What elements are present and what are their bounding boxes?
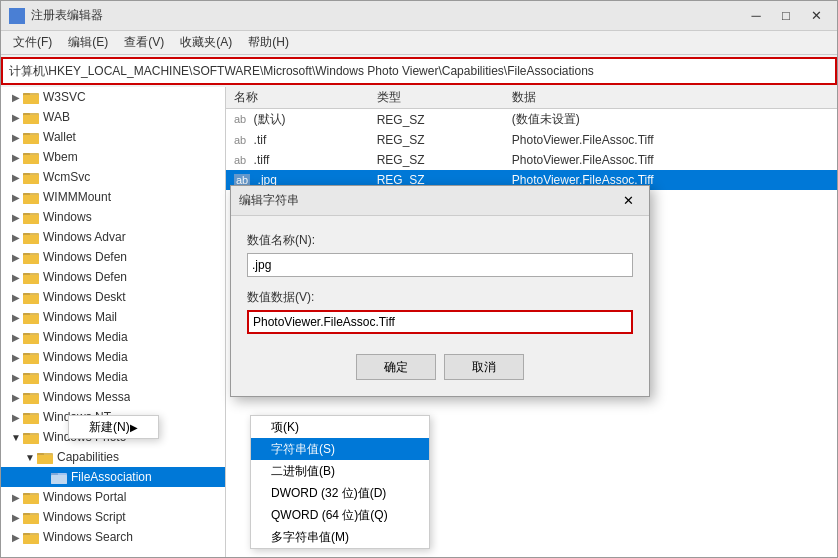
expand-icon: ▶ — [9, 310, 23, 324]
tree-label: Windows Script — [43, 510, 126, 524]
name-input[interactable] — [247, 253, 633, 277]
expand-icon: ▶ — [9, 130, 23, 144]
table-row[interactable]: ab (默认) REG_SZ (数值未设置) — [226, 109, 837, 131]
tree-item-windows-mail[interactable]: ▶ Windows Mail — [1, 307, 225, 327]
dialog-close-button[interactable]: ✕ — [615, 191, 641, 211]
registry-table: 名称 类型 数据 ab (默认) REG_SZ (数值未设置) — [226, 87, 837, 190]
tree-item-w3svc[interactable]: ▶ W3SVC — [1, 87, 225, 107]
name-label: 数值名称(N): — [247, 232, 633, 249]
tree-item-windows-script[interactable]: ▶ Windows Script — [1, 507, 225, 527]
menu-favorites[interactable]: 收藏夹(A) — [172, 32, 240, 53]
folder-icon — [23, 390, 39, 404]
expand-icon: ▶ — [9, 530, 23, 544]
tree-label: Windows Search — [43, 530, 133, 544]
context-menu-new[interactable]: 新建(N) ▶ — [69, 416, 158, 438]
svg-rect-72 — [23, 535, 39, 544]
svg-rect-18 — [23, 175, 39, 184]
maximize-button[interactable]: □ — [773, 6, 799, 26]
cancel-button[interactable]: 取消 — [444, 354, 524, 380]
svg-rect-45 — [23, 355, 39, 364]
close-button[interactable]: ✕ — [803, 6, 829, 26]
svg-rect-15 — [23, 155, 39, 164]
folder-icon — [23, 110, 39, 124]
tree-item-windows-portal[interactable]: ▶ Windows Portal — [1, 487, 225, 507]
address-bar[interactable]: 计算机\HKEY_LOCAL_MACHINE\SOFTWARE\Microsof… — [1, 57, 837, 85]
svg-rect-51 — [23, 395, 39, 404]
dialog-buttons: 确定 取消 — [247, 354, 633, 380]
data-label: 数值数据(V): — [247, 289, 633, 306]
folder-icon — [23, 210, 39, 224]
menu-view[interactable]: 查看(V) — [116, 32, 172, 53]
svg-rect-66 — [23, 495, 39, 504]
tree-item-capabilities[interactable]: ▼ Capabilities — [1, 447, 225, 467]
expand-icon: ▶ — [9, 370, 23, 384]
folder-icon — [23, 150, 39, 164]
tree-item-windows-media3[interactable]: ▶ Windows Media — [1, 367, 225, 387]
tree-item-wallet[interactable]: ▶ Wallet — [1, 127, 225, 147]
svg-rect-69 — [23, 515, 39, 524]
tree-label: Windows Defen — [43, 250, 127, 264]
folder-icon — [23, 330, 39, 344]
tree-label: WAB — [43, 110, 70, 124]
ctx-item-key[interactable]: 项(K) — [251, 416, 429, 438]
reg-data: PhotoViewer.FileAssoc.Tiff — [504, 130, 837, 150]
ctx-label: 多字符串值(M) — [271, 529, 349, 546]
tree-label: Windows Messa — [43, 390, 130, 404]
tree-item-wcmsvc[interactable]: ▶ WcmSvc — [1, 167, 225, 187]
tree-item-fileassociations[interactable]: FileAssociation — [1, 467, 225, 487]
tree-item-wimmount[interactable]: ▶ WIMMMount — [1, 187, 225, 207]
expand-icon: ▶ — [9, 90, 23, 104]
tree-item-windows-deskt[interactable]: ▶ Windows Deskt — [1, 287, 225, 307]
tree-item-windows-defen1[interactable]: ▶ Windows Defen — [1, 247, 225, 267]
tree-item-windows-media1[interactable]: ▶ Windows Media — [1, 327, 225, 347]
tree-item-windows[interactable]: ▶ Windows — [1, 207, 225, 227]
svg-rect-9 — [23, 115, 39, 124]
data-input[interactable] — [247, 310, 633, 334]
folder-icon — [23, 510, 39, 524]
svg-rect-24 — [23, 215, 39, 224]
tree-label: Windows Media — [43, 370, 128, 384]
folder-icon — [23, 270, 39, 284]
tree-label: Windows Defen — [43, 270, 127, 284]
ok-button[interactable]: 确定 — [356, 354, 436, 380]
svg-rect-48 — [23, 375, 39, 384]
tree-item-windows-media2[interactable]: ▶ Windows Media — [1, 347, 225, 367]
tree-item-windows-defen2[interactable]: ▶ Windows Defen — [1, 267, 225, 287]
edit-string-dialog: 编辑字符串 ✕ 数值名称(N): 数值数据(V): 确定 取消 — [230, 185, 650, 397]
tree-label: Windows Deskt — [43, 290, 126, 304]
expand-icon: ▶ — [9, 390, 23, 404]
tree-item-windows-advar[interactable]: ▶ Windows Advar — [1, 227, 225, 247]
folder-icon — [23, 130, 39, 144]
tree-item-windows-search[interactable]: ▶ Windows Search — [1, 527, 225, 547]
menu-edit[interactable]: 编辑(E) — [60, 32, 116, 53]
reg-type: REG_SZ — [369, 109, 504, 131]
reg-type: REG_SZ — [369, 150, 504, 170]
svg-rect-54 — [23, 415, 39, 424]
title-bar: 注册表编辑器 ─ □ ✕ — [1, 1, 837, 31]
tree-item-wbem[interactable]: ▶ Wbem — [1, 147, 225, 167]
ctx-item-string[interactable]: 字符串值(S) — [251, 438, 429, 460]
ctx-item-binary[interactable]: 二进制值(B) — [251, 460, 429, 482]
dialog-title-text: 编辑字符串 — [239, 192, 615, 209]
menu-file[interactable]: 文件(F) — [5, 32, 60, 53]
tree-item-windows-messa[interactable]: ▶ Windows Messa — [1, 387, 225, 407]
svg-rect-2 — [10, 17, 16, 23]
expand-icon: ▶ — [9, 250, 23, 264]
svg-rect-42 — [23, 335, 39, 344]
folder-icon — [23, 350, 39, 364]
ctx-item-multistring[interactable]: 多字符串值(M) — [251, 526, 429, 548]
table-row[interactable]: ab .tiff REG_SZ PhotoViewer.FileAssoc.Ti… — [226, 150, 837, 170]
ctx-item-qword[interactable]: QWORD (64 位)值(Q) — [251, 504, 429, 526]
expand-icon: ▶ — [9, 190, 23, 204]
folder-icon — [23, 490, 39, 504]
svg-rect-60 — [37, 455, 53, 464]
menu-help[interactable]: 帮助(H) — [240, 32, 297, 53]
ctx-item-dword[interactable]: DWORD (32 位)值(D) — [251, 482, 429, 504]
table-row[interactable]: ab .tif REG_SZ PhotoViewer.FileAssoc.Tif… — [226, 130, 837, 150]
ctx-label: 字符串值(S) — [271, 441, 335, 458]
minimize-button[interactable]: ─ — [743, 6, 769, 26]
folder-icon — [23, 190, 39, 204]
folder-icon — [23, 430, 39, 444]
tree-item-wab[interactable]: ▶ WAB — [1, 107, 225, 127]
tree-label: Windows — [43, 210, 92, 224]
